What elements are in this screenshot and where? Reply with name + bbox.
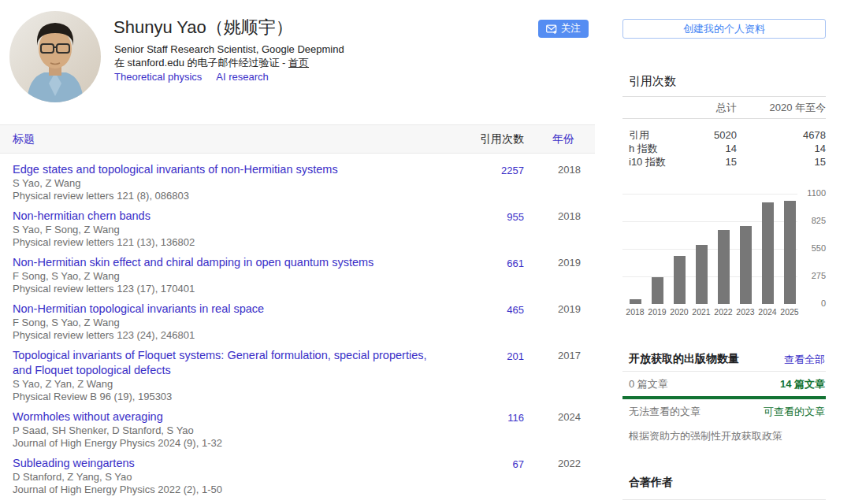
chart-bar-2018[interactable] (630, 299, 641, 304)
sort-by-year-header[interactable]: 年份 (552, 132, 574, 145)
chart-xtick-label: 2020 (667, 307, 691, 317)
sidebar: 创建我的个人资料 引用次数 总计 2020 年至今 引用 5020 4678 h… (622, 0, 826, 504)
profile-name: Shunyu Yao（姚顺宇） (113, 17, 293, 39)
chart-bar-2024[interactable] (762, 202, 774, 304)
open-access-section: 开放获取的出版物数量 查看全部 0 篇文章 14 篇文章 无法查看的文章 可查看… (622, 352, 826, 443)
stats-row-i10-index: i10 指数 15 15 (622, 155, 826, 169)
stat-value-all[interactable]: 14 (682, 142, 737, 155)
citations-chart-plot (622, 194, 797, 304)
chart-bar-2021[interactable] (696, 245, 708, 304)
chart-xtick-label: 2021 (689, 307, 713, 317)
citations-per-year-chart: 02755508251100 2018201920202021202220232… (622, 194, 826, 318)
article-title-link[interactable]: Topological invariants of Floquet system… (13, 348, 442, 378)
articles-table-header: 标题 引用次数 年份 (0, 124, 595, 154)
article-title-link[interactable]: Non-Hermitian skin effect and chiral dam… (13, 255, 442, 270)
open-access-heading: 开放获取的出版物数量 (629, 352, 739, 366)
article-authors: S Yao, F Song, Z Wang (13, 224, 442, 236)
interest-link-theoretical-physics[interactable]: Theoretical physics (114, 70, 202, 83)
chart-ytick-label: 275 (797, 271, 826, 280)
article-authors: S Yao, Z Wang (13, 177, 442, 190)
coauthors-divider (622, 499, 826, 500)
chart-ytick-label: 0 (797, 298, 826, 308)
citation-stats-table: 总计 2020 年至今 引用 5020 4678 h 指数 14 14 i10 … (622, 96, 826, 169)
stat-value-all[interactable]: 15 (682, 155, 737, 169)
article-citations-link[interactable]: 116 (507, 410, 524, 424)
article-authors: D Stanford, Z Yang, S Yao (13, 471, 442, 484)
chart-bar-2022[interactable] (718, 230, 730, 304)
article-authors: F Song, S Yao, Z Wang (13, 317, 442, 329)
article-citations-link[interactable]: 2257 (501, 162, 524, 176)
article-venue: Physical review letters 121 (8), 086803 (13, 190, 442, 202)
article-year: 2019 (558, 301, 581, 315)
stat-value-all[interactable]: 5020 (682, 128, 737, 142)
article-year: 2024 (558, 409, 581, 423)
article-authors: S Yao, Z Yan, Z Wang (13, 378, 442, 391)
article-citations-link[interactable]: 201 (507, 348, 524, 362)
chart-bar-2020[interactable] (674, 256, 686, 304)
chart-xtick-label: 2023 (734, 307, 757, 317)
article-venue: Physical review letters 123 (24), 246801 (13, 329, 442, 342)
chart-ytick-label: 1100 (797, 188, 826, 198)
article-row: Non-Hermitian skin effect and chiral dam… (0, 252, 595, 298)
article-row: Non-Hermitian topological invariants in … (0, 298, 595, 345)
article-venue: Physical Review B 96 (19), 195303 (13, 391, 442, 403)
follow-button[interactable]: 关注 (538, 20, 589, 38)
article-year: 2018 (558, 161, 581, 176)
article-title-link[interactable]: Non-hermitian chern bands (13, 209, 442, 224)
profile-photo (9, 11, 101, 102)
open-articles-count-link[interactable]: 14 篇文章 (780, 377, 825, 391)
chart-gridline (622, 194, 797, 195)
article-citations-link[interactable]: 465 (507, 302, 524, 316)
article-venue: Physical review letters 123 (17), 170401 (13, 283, 442, 295)
article-citations-link[interactable]: 661 (507, 255, 524, 269)
cited-by-heading[interactable]: 引用次数 (629, 74, 676, 89)
article-citations-link[interactable]: 955 (507, 209, 524, 223)
chart-bar-2023[interactable] (740, 226, 752, 304)
stat-value-since[interactable]: 14 (737, 142, 826, 155)
article-authors: F Song, S Yao, Z Wang (13, 270, 442, 283)
article-row: Topological invariants of Floquet system… (0, 345, 595, 406)
article-title-link[interactable]: Edge states and topological invariants o… (13, 162, 442, 177)
chart-xtick-label: 2025 (778, 307, 801, 317)
chart-ytick-label: 825 (797, 216, 826, 225)
create-profile-button[interactable]: 创建我的个人资料 (622, 19, 826, 39)
chart-bar-2019[interactable] (652, 277, 663, 304)
article-year: 2019 (558, 254, 581, 269)
article-title-link[interactable]: Wormholes without averaging (13, 410, 442, 424)
scholar-profile-page: Shunyu Yao（姚顺宇） Senior Staff Research Sc… (0, 0, 851, 504)
follow-button-label: 关注 (561, 22, 581, 35)
follow-email-icon (546, 24, 557, 34)
stat-value-since[interactable]: 4678 (737, 128, 826, 142)
chart-xtick-label: 2022 (712, 307, 735, 317)
stat-value-since[interactable]: 15 (737, 155, 826, 169)
coauthors-heading: 合著作者 (629, 476, 673, 490)
interest-tags: Theoretical physics AI research (114, 70, 269, 83)
article-venue: Journal of High Energy Physics 2024 (9),… (13, 437, 442, 450)
view-all-link[interactable]: 查看全部 (784, 353, 825, 367)
article-title-link[interactable]: Subleading weingartens (13, 456, 442, 471)
stats-row-citations: 引用 5020 4678 (622, 128, 826, 142)
chart-xtick-label: 2018 (623, 307, 647, 317)
article-venue: Journal of High Energy Physics 2022 (2),… (13, 484, 442, 496)
stats-row-h-index: h 指数 14 14 (622, 142, 826, 155)
interest-link-ai-research[interactable]: AI research (216, 70, 268, 83)
email-verified-text: 在 stanford.edu 的电子邮件经过验证 - (114, 57, 288, 69)
closed-articles-count: 0 篇文章 (629, 377, 668, 391)
article-citations-link[interactable]: 67 (513, 456, 524, 470)
homepage-link[interactable]: 首页 (288, 57, 309, 69)
profile-affiliation: Senior Staff Research Scientist, Google … (114, 43, 344, 56)
chart-ytick-label: 550 (797, 243, 826, 253)
chart-bar-2025[interactable] (784, 201, 796, 304)
article-row: Subleading weingartens D Stanford, Z Yan… (0, 453, 595, 499)
citation-stats-header: 总计 2020 年至今 (622, 96, 826, 119)
stat-label: h 指数 (622, 142, 682, 155)
open-access-policy-note: 根据资助方的强制性开放获取政策 (622, 419, 826, 443)
articles-list: Edge states and topological invariants o… (0, 159, 595, 499)
sort-by-title-header[interactable]: 标题 (13, 132, 35, 145)
available-label-link[interactable]: 可查看的文章 (764, 405, 825, 419)
article-year: 2022 (558, 455, 581, 469)
sort-by-citations-header[interactable]: 引用次数 (480, 132, 524, 145)
article-row: Wormholes without averaging P Saad, SH S… (0, 406, 595, 453)
avatar-image (9, 11, 101, 102)
article-title-link[interactable]: Non-Hermitian topological invariants in … (13, 302, 442, 317)
